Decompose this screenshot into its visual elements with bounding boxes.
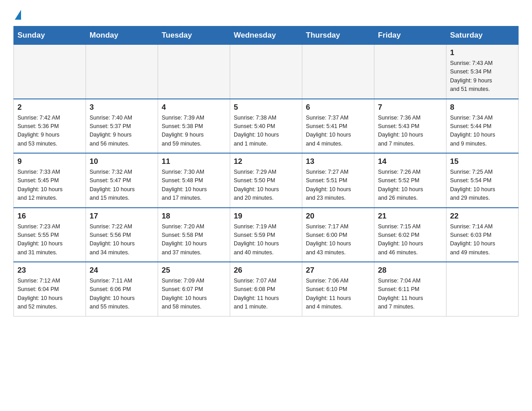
- day-number: 16: [17, 212, 82, 221]
- day-info: Sunrise: 7:22 AMSunset: 5:56 PMDaylight:…: [90, 223, 154, 257]
- calendar-table: SundayMondayTuesdayWednesdayThursdayFrid…: [13, 26, 519, 317]
- logo: [13, 9, 21, 18]
- calendar-cell: 25Sunrise: 7:09 AMSunset: 6:07 PMDayligh…: [158, 262, 230, 316]
- day-number: 19: [234, 212, 298, 221]
- day-info: Sunrise: 7:33 AMSunset: 5:45 PMDaylight:…: [17, 168, 82, 203]
- weekday-header-thursday: Thursday: [302, 26, 374, 45]
- calendar-cell: [14, 45, 86, 99]
- calendar-week-row: 2Sunrise: 7:42 AMSunset: 5:36 PMDaylight…: [14, 99, 519, 154]
- day-info: Sunrise: 7:38 AMSunset: 5:40 PMDaylight:…: [234, 114, 298, 149]
- day-info: Sunrise: 7:26 AMSunset: 5:52 PMDaylight:…: [378, 168, 442, 203]
- day-number: 13: [306, 157, 370, 166]
- day-number: 28: [378, 266, 442, 275]
- calendar-cell: 1Sunrise: 7:43 AMSunset: 5:34 PMDaylight…: [446, 45, 519, 99]
- day-info: Sunrise: 7:14 AMSunset: 6:03 PMDaylight:…: [450, 223, 515, 257]
- calendar-cell: 4Sunrise: 7:39 AMSunset: 5:38 PMDaylight…: [158, 99, 230, 154]
- day-number: 24: [90, 266, 154, 275]
- day-info: Sunrise: 7:36 AMSunset: 5:43 PMDaylight:…: [378, 114, 442, 149]
- calendar-cell: 3Sunrise: 7:40 AMSunset: 5:37 PMDaylight…: [86, 99, 158, 154]
- day-number: 27: [306, 266, 370, 275]
- calendar-cell: 13Sunrise: 7:27 AMSunset: 5:51 PMDayligh…: [302, 153, 374, 208]
- weekday-header-friday: Friday: [374, 26, 446, 45]
- calendar-week-row: 23Sunrise: 7:12 AMSunset: 6:04 PMDayligh…: [14, 262, 519, 316]
- calendar-cell: [158, 45, 230, 99]
- day-number: 4: [162, 103, 226, 112]
- calendar-cell: [446, 262, 519, 316]
- calendar-cell: 21Sunrise: 7:15 AMSunset: 6:02 PMDayligh…: [374, 208, 446, 262]
- day-number: 10: [90, 157, 154, 166]
- calendar-cell: 23Sunrise: 7:12 AMSunset: 6:04 PMDayligh…: [14, 262, 86, 316]
- day-number: 7: [378, 103, 442, 112]
- day-info: Sunrise: 7:23 AMSunset: 5:55 PMDaylight:…: [17, 223, 82, 257]
- calendar-cell: 5Sunrise: 7:38 AMSunset: 5:40 PMDaylight…: [230, 99, 302, 154]
- calendar-cell: 17Sunrise: 7:22 AMSunset: 5:56 PMDayligh…: [86, 208, 158, 262]
- calendar-cell: 8Sunrise: 7:34 AMSunset: 5:44 PMDaylight…: [446, 99, 519, 154]
- calendar-cell: 20Sunrise: 7:17 AMSunset: 6:00 PMDayligh…: [302, 208, 374, 262]
- weekday-header-saturday: Saturday: [446, 26, 519, 45]
- day-info: Sunrise: 7:30 AMSunset: 5:48 PMDaylight:…: [162, 168, 226, 203]
- calendar-cell: 24Sunrise: 7:11 AMSunset: 6:06 PMDayligh…: [86, 262, 158, 316]
- day-info: Sunrise: 7:17 AMSunset: 6:00 PMDaylight:…: [306, 223, 370, 257]
- day-number: 17: [90, 212, 154, 221]
- day-info: Sunrise: 7:37 AMSunset: 5:41 PMDaylight:…: [306, 114, 370, 149]
- day-info: Sunrise: 7:09 AMSunset: 6:07 PMDaylight:…: [162, 277, 226, 312]
- day-info: Sunrise: 7:11 AMSunset: 6:06 PMDaylight:…: [90, 277, 154, 312]
- day-number: 9: [17, 157, 82, 166]
- day-number: 14: [378, 157, 442, 166]
- weekday-header-sunday: Sunday: [14, 26, 86, 45]
- calendar-cell: 11Sunrise: 7:30 AMSunset: 5:48 PMDayligh…: [158, 153, 230, 208]
- day-number: 12: [234, 157, 298, 166]
- calendar-cell: 15Sunrise: 7:25 AMSunset: 5:54 PMDayligh…: [446, 153, 519, 208]
- day-number: 6: [306, 103, 370, 112]
- day-info: Sunrise: 7:19 AMSunset: 5:59 PMDaylight:…: [234, 223, 298, 257]
- day-info: Sunrise: 7:39 AMSunset: 5:38 PMDaylight:…: [162, 114, 226, 149]
- day-number: 8: [450, 103, 515, 112]
- day-number: 18: [162, 212, 226, 221]
- calendar-cell: [374, 45, 446, 99]
- day-info: Sunrise: 7:04 AMSunset: 6:11 PMDaylight:…: [378, 277, 442, 312]
- calendar-week-row: 1Sunrise: 7:43 AMSunset: 5:34 PMDaylight…: [14, 45, 519, 99]
- day-info: Sunrise: 7:15 AMSunset: 6:02 PMDaylight:…: [378, 223, 442, 257]
- day-info: Sunrise: 7:27 AMSunset: 5:51 PMDaylight:…: [306, 168, 370, 203]
- calendar-cell: 9Sunrise: 7:33 AMSunset: 5:45 PMDaylight…: [14, 153, 86, 208]
- calendar-cell: [86, 45, 158, 99]
- calendar-cell: 6Sunrise: 7:37 AMSunset: 5:41 PMDaylight…: [302, 99, 374, 154]
- day-number: 1: [450, 48, 515, 57]
- calendar-cell: 18Sunrise: 7:20 AMSunset: 5:58 PMDayligh…: [158, 208, 230, 262]
- day-info: Sunrise: 7:12 AMSunset: 6:04 PMDaylight:…: [17, 277, 82, 312]
- day-number: 2: [17, 103, 82, 112]
- calendar-cell: 27Sunrise: 7:06 AMSunset: 6:10 PMDayligh…: [302, 262, 374, 316]
- day-info: Sunrise: 7:20 AMSunset: 5:58 PMDaylight:…: [162, 223, 226, 257]
- calendar-cell: 16Sunrise: 7:23 AMSunset: 5:55 PMDayligh…: [14, 208, 86, 262]
- calendar-week-row: 16Sunrise: 7:23 AMSunset: 5:55 PMDayligh…: [14, 208, 519, 262]
- day-number: 3: [90, 103, 154, 112]
- day-info: Sunrise: 7:32 AMSunset: 5:47 PMDaylight:…: [90, 168, 154, 203]
- calendar-cell: 10Sunrise: 7:32 AMSunset: 5:47 PMDayligh…: [86, 153, 158, 208]
- day-number: 11: [162, 157, 226, 166]
- day-info: Sunrise: 7:06 AMSunset: 6:10 PMDaylight:…: [306, 277, 370, 312]
- calendar-cell: [302, 45, 374, 99]
- day-info: Sunrise: 7:29 AMSunset: 5:50 PMDaylight:…: [234, 168, 298, 203]
- calendar-cell: 7Sunrise: 7:36 AMSunset: 5:43 PMDaylight…: [374, 99, 446, 154]
- weekday-header-tuesday: Tuesday: [158, 26, 230, 45]
- logo-triangle-icon: [15, 10, 21, 20]
- day-info: Sunrise: 7:43 AMSunset: 5:34 PMDaylight:…: [450, 59, 515, 94]
- weekday-header-monday: Monday: [86, 26, 158, 45]
- calendar-week-row: 9Sunrise: 7:33 AMSunset: 5:45 PMDaylight…: [14, 153, 519, 208]
- day-info: Sunrise: 7:07 AMSunset: 6:08 PMDaylight:…: [234, 277, 298, 312]
- weekday-header-wednesday: Wednesday: [230, 26, 302, 45]
- day-number: 5: [234, 103, 298, 112]
- calendar-cell: [230, 45, 302, 99]
- calendar-cell: 19Sunrise: 7:19 AMSunset: 5:59 PMDayligh…: [230, 208, 302, 262]
- calendar-cell: 26Sunrise: 7:07 AMSunset: 6:08 PMDayligh…: [230, 262, 302, 316]
- day-number: 15: [450, 157, 515, 166]
- day-number: 25: [162, 266, 226, 275]
- calendar-cell: 12Sunrise: 7:29 AMSunset: 5:50 PMDayligh…: [230, 153, 302, 208]
- day-number: 20: [306, 212, 370, 221]
- page-header: [13, 9, 519, 18]
- day-number: 21: [378, 212, 442, 221]
- calendar-cell: 14Sunrise: 7:26 AMSunset: 5:52 PMDayligh…: [374, 153, 446, 208]
- day-number: 22: [450, 212, 515, 221]
- day-info: Sunrise: 7:42 AMSunset: 5:36 PMDaylight:…: [17, 114, 82, 149]
- calendar-cell: 28Sunrise: 7:04 AMSunset: 6:11 PMDayligh…: [374, 262, 446, 316]
